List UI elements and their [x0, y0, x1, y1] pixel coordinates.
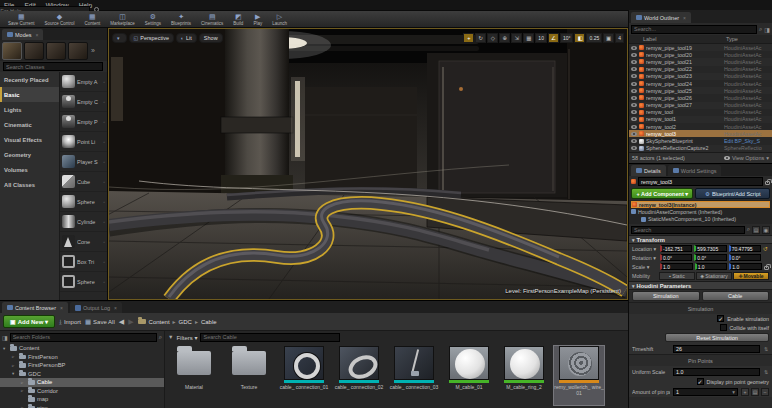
drag-handle-icon[interactable]: ◦ [103, 99, 105, 105]
scale-y-field[interactable]: 1.0 [695, 263, 728, 270]
asset-tile[interactable]: remy_wollerich_ wire_01 [554, 346, 604, 405]
outliner-row[interactable]: remyw_tool1 HoudiniAssetAc [629, 116, 772, 123]
move-tool-icon[interactable]: + [463, 33, 474, 43]
asset-tile[interactable]: cable_ connection_01 [279, 346, 329, 405]
drag-handle-icon[interactable]: ◦ [103, 279, 105, 285]
world-coordinate-icon[interactable]: ⊕ [499, 33, 510, 43]
mode-category[interactable]: Cinematic [0, 117, 59, 132]
more-modes-chevron-icon[interactable]: » [91, 47, 95, 54]
filters-button[interactable]: Filters ▾ [176, 334, 197, 341]
breadcrumb-gdc[interactable]: GDC [179, 319, 192, 325]
timeshift-field[interactable]: 26 [673, 345, 760, 353]
asset-tile[interactable]: Texture [224, 346, 274, 405]
outliner-row[interactable]: remyw_pipe_tool21 HoudiniAssetAc [629, 58, 772, 65]
breadcrumb-content[interactable]: Content [149, 319, 170, 325]
toolbar-button[interactable]: ▷ Launch [267, 11, 292, 27]
outliner-search-input[interactable] [631, 25, 757, 34]
viewport-options-dropdown[interactable]: ▾ [112, 33, 127, 43]
view-mode-dropdown[interactable]: ◐Lit [176, 33, 197, 43]
rotation-z-field[interactable]: 0.0° [729, 254, 761, 261]
placeable-actor-item[interactable]: Sphere ◦ [60, 272, 107, 292]
expand-arrow-icon[interactable] [12, 371, 17, 376]
outliner-row[interactable]: remyw_tool3 HoudiniAssetAc [629, 130, 772, 137]
view-options-button[interactable]: View Options ▾ [724, 155, 769, 161]
search-folders-input[interactable] [10, 333, 157, 342]
outliner-row[interactable]: remyw_tool HoudiniAssetAc [629, 109, 772, 116]
outliner-row[interactable]: remyw_pipe_tool19 HoudiniAssetAc [629, 44, 772, 51]
asset-tile[interactable]: Material [169, 346, 219, 405]
toolbar-button[interactable]: ▦ Content [80, 11, 106, 27]
outliner-row[interactable]: remyw_pipe_tool20 HoudiniAssetAc [629, 51, 772, 58]
paint-mode-icon[interactable] [24, 42, 44, 60]
drag-handle-icon[interactable]: ◦ [103, 79, 105, 85]
rotation-snap-icon[interactable]: ∠ [548, 33, 559, 43]
uniform-scale-field[interactable]: 1.0 [673, 368, 760, 376]
add-component-button[interactable]: + Add Component ▾ [631, 188, 693, 199]
visibility-eye-icon[interactable] [631, 117, 637, 121]
houdini-parameters-section-header[interactable]: ▾Houdini Parameters [629, 281, 772, 290]
close-icon[interactable]: × [114, 305, 117, 311]
visibility-eye-icon[interactable] [631, 125, 637, 129]
add-new-button[interactable]: ▣Add New ▾ [3, 315, 55, 328]
visibility-eye-icon[interactable] [631, 103, 637, 107]
placeable-actor-item[interactable]: Empty A ◦ [60, 72, 107, 92]
details-search-input[interactable] [631, 226, 745, 234]
expand-arrow-icon[interactable] [12, 363, 17, 368]
outliner-row[interactable]: remyw_pipe_tool24 HoudiniAssetAc [629, 80, 772, 87]
transform-section-header[interactable]: ▾Transform [629, 235, 772, 244]
outliner-row[interactable]: SphereReflectionCapture2 SphereReflectio [629, 145, 772, 152]
asset-tile[interactable]: cable_ connection_02 [334, 346, 384, 405]
mode-category[interactable]: Geometry [0, 147, 59, 162]
value-slider-icon[interactable]: ⇅ [763, 369, 769, 375]
visibility-eye-icon[interactable] [631, 60, 637, 64]
outliner-row[interactable]: remyw_pipe_tool22 HoudiniAssetAc [629, 66, 772, 73]
tab-output-log[interactable]: Output Log × [70, 302, 122, 313]
filters-funnel-icon[interactable]: ▼ [168, 334, 173, 340]
expand-arrow-icon[interactable] [21, 388, 26, 393]
placeable-actor-item[interactable]: Cube ◦ [60, 172, 107, 192]
drag-handle-icon[interactable]: ◦ [103, 179, 105, 185]
expand-arrow-icon[interactable] [3, 346, 8, 351]
rotate-tool-icon[interactable]: ↻ [475, 33, 486, 43]
display-options-icon[interactable]: ◉ [762, 226, 770, 234]
perspective-dropdown[interactable]: ◱Perspective [129, 33, 174, 43]
import-button[interactable]: ⤓Import [59, 318, 81, 326]
blueprint-add-script-button[interactable]: ⚙Blueprint/Add Script [695, 188, 770, 199]
breadcrumb-cable[interactable]: Cable [201, 319, 217, 325]
placeable-actor-item[interactable]: Empty C ◦ [60, 92, 107, 112]
scale-label[interactable]: Scale ▾ [632, 264, 658, 270]
visibility-eye-icon[interactable] [631, 132, 637, 136]
placement-mode-icon[interactable] [2, 42, 22, 60]
houdini-tab-cable[interactable]: Cable [702, 291, 770, 301]
search-classes-input[interactable] [3, 62, 103, 71]
drag-handle-icon[interactable]: ◦ [103, 239, 105, 245]
mode-category[interactable]: Volumes [0, 162, 59, 177]
enable-simulation-checkbox[interactable] [717, 315, 724, 322]
outliner-row[interactable]: remyw_tool2 HoudiniAssetAc [629, 123, 772, 130]
close-icon[interactable]: × [36, 32, 39, 38]
search-assets-input[interactable] [200, 333, 340, 342]
expand-arrow-icon[interactable] [21, 380, 26, 385]
rotation-y-field[interactable]: 0.0° [694, 254, 726, 261]
houdini-tab-simulation[interactable]: Simulation [632, 291, 700, 301]
outliner-row[interactable]: SkySphereBlueprint Edit BP_Sky_S [629, 137, 772, 144]
asset-tile[interactable]: M_cable_ring_2 [499, 346, 549, 405]
folder-tree-item[interactable]: FirstPerson [0, 353, 164, 362]
toolbar-button[interactable]: ◩ Build [228, 11, 248, 27]
collide-with-itself-checkbox[interactable] [720, 324, 727, 331]
back-arrow-icon[interactable]: ◀ [119, 318, 124, 326]
drag-handle-icon[interactable]: ◦ [103, 259, 105, 265]
close-icon[interactable]: × [60, 305, 63, 311]
scale-z-field[interactable]: 1.0 [729, 263, 762, 270]
property-matrix-icon[interactable]: ▤ [752, 226, 760, 234]
rotation-snap-value[interactable]: 10° [560, 33, 574, 43]
drag-handle-icon[interactable]: ◦ [103, 219, 105, 225]
foliage-mode-icon[interactable] [68, 42, 88, 60]
location-x-field[interactable]: -162.751 [660, 245, 692, 252]
folder-tree-item[interactable]: Corridor [0, 387, 164, 396]
component-row[interactable]: HoudiniAssetComponent (Inherited) [631, 208, 770, 215]
folder-tree-item[interactable]: Content [0, 344, 164, 353]
placeable-actor-item[interactable]: Box Tri ◦ [60, 252, 107, 272]
surface-snap-icon[interactable]: ⇲ [511, 33, 522, 43]
mode-category[interactable]: Basic [0, 87, 59, 102]
